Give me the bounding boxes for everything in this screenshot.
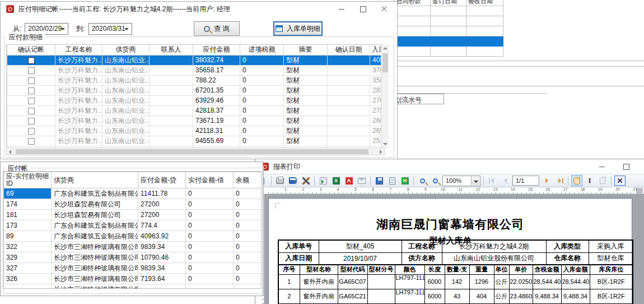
table-row[interactable]: 长沙市三湘特种玻璃有限公司 [4, 284, 262, 289]
table-row[interactable]: 长沙万科魅力...山东南山铝业...42818.370型材275 [7, 105, 385, 116]
column-header[interactable]: 余额 [234, 172, 262, 188]
settings-icon[interactable] [300, 175, 311, 186]
scrollbar-thumb[interactable] [16, 149, 368, 154]
minimize-button[interactable] [331, 2, 352, 16]
minimize-button[interactable] [591, 159, 613, 174]
scroll-up-icon[interactable] [383, 47, 388, 49]
prev-icon[interactable] [500, 175, 511, 186]
table-row[interactable] [395, 26, 503, 36]
column-header[interactable]: 联系人 [150, 45, 193, 55]
confirm-checkbox[interactable] [28, 67, 35, 74]
vertical-scrollbar[interactable] [381, 44, 389, 148]
table-row[interactable]: 329长沙市三湘特种玻璃有限公司10790.4600 [4, 252, 262, 263]
confirm-checkbox[interactable] [28, 138, 35, 145]
table-row[interactable]: 长沙万科魅力...山东南山铝业...63929.460型材276 [7, 95, 385, 105]
chevron-down-icon[interactable] [471, 177, 479, 185]
column-header[interactable]: 摘要 [284, 45, 328, 55]
inbound-detail-button[interactable]: 入库单明细 [273, 21, 323, 36]
table-row[interactable]: 长沙万科魅力...山东南山铝业...67201.350型材283 [7, 85, 385, 95]
table-row[interactable]: 326长沙市三湘特种玻璃有限公司7193.6400 [4, 274, 262, 284]
table-row[interactable]: 173广东合和建筑五金制品有限公司774.400 [4, 220, 262, 231]
column-header[interactable]: 应付金额-贷 [138, 172, 186, 188]
scroll-left-icon[interactable] [9, 150, 11, 154]
zoom-in-icon[interactable] [417, 175, 428, 186]
maximize-button[interactable] [352, 2, 374, 16]
confirm-checkbox[interactable] [28, 57, 35, 64]
close-preview-button[interactable] [614, 176, 626, 186]
table-row[interactable]: 174长沙坦森贸易有限公司2720000 [4, 199, 262, 210]
report-preview-area[interactable]: 12345 湖南巨晟门窗幕墙有限公司 型材入库单 入库单号型材_405工程名称长… [255, 194, 644, 304]
table-row[interactable]: 长沙万科魅力...山东南山铝业...35658.170型材376 [7, 65, 385, 75]
table-row[interactable]: 181长沙坦森贸易有限公司2720000 [4, 210, 262, 220]
column-header[interactable]: 确认记帐 [7, 45, 55, 55]
scroll-right-icon[interactable] [380, 150, 382, 154]
detail-grid-viewport[interactable]: 确认记帐工程名称供货商联系人应付金额进项税额摘要确认日期入库长沙万科魅力...山… [6, 44, 385, 148]
confirm-checkbox[interactable] [28, 77, 35, 84]
table-row[interactable]: 69广东合和建筑五金制品有限公司11411.7800 [4, 188, 262, 199]
report-titlebar[interactable]: 报表打印 [255, 159, 644, 174]
table-row[interactable]: 长沙万科魅力...山东南山铝业...788.220型材358 [7, 75, 385, 85]
cell [328, 85, 370, 95]
column-header[interactable]: 实付金额-借 [186, 172, 234, 188]
serial-number-field[interactable]: 划流水号 [391, 94, 444, 104]
detail-titlebar[interactable]: 应付明细记帐------当前工程: 长沙万科魅力之城4.2期------当前用户… [1, 2, 397, 16]
table-row[interactable]: 327长沙市三湘特种玻璃有限公司9839.3400 [4, 263, 262, 274]
table-row[interactable]: 长沙万科魅力...山东南山铝业...42118.310型材265 [7, 126, 385, 136]
chevron-down-icon[interactable] [124, 28, 129, 33]
first-icon[interactable] [487, 175, 498, 186]
horizontal-scrollbar[interactable] [6, 148, 385, 155]
table-row[interactable]: 长沙万科魅力...山东南山铝业...94555.690型材251 [7, 136, 385, 146]
excel-icon[interactable] [330, 175, 342, 186]
confirm-checkbox[interactable] [28, 128, 35, 135]
table-row[interactable] [395, 6, 503, 16]
table-row[interactable]: 89广东合和建筑五金制品有限公司40963.9200 [4, 231, 262, 242]
page-number-input[interactable]: 1/1 [512, 176, 539, 186]
table-row[interactable] [395, 47, 503, 57]
next-icon[interactable] [541, 175, 552, 186]
confirm-checkbox[interactable] [28, 87, 35, 94]
zoom-select[interactable]: 100% [442, 176, 480, 186]
copy-icon[interactable] [597, 175, 608, 186]
column-header[interactable]: 签订日期 [431, 0, 466, 6]
book-icon[interactable] [287, 175, 298, 186]
hand-icon[interactable] [571, 175, 582, 186]
table-row[interactable]: 长沙万科魅力...山东南山铝业...73671.190型材266 [7, 116, 385, 126]
email-icon[interactable] [356, 175, 367, 186]
table-row[interactable]: 322长沙市三湘特种玻璃有限公司9839.3400 [4, 242, 262, 252]
document-icon[interactable] [386, 175, 398, 186]
column-header[interactable]: 工程名称 [55, 45, 102, 55]
cell: 0 [186, 188, 234, 199]
export-icon[interactable] [318, 175, 329, 186]
payable-grid-viewport[interactable]: 应-实付款明细ID供货商应付金额-贷实付金额-借余额69广东合和建筑五金制品有限… [3, 171, 262, 289]
confirm-checkbox[interactable] [28, 108, 35, 114]
print-icon[interactable] [274, 175, 286, 186]
table-row[interactable] [395, 36, 503, 47]
close-button[interactable] [374, 2, 395, 16]
column-header[interactable]: 确认日期 [328, 45, 370, 55]
html-icon[interactable] [399, 175, 410, 186]
scroll-down-icon[interactable] [383, 143, 388, 145]
table-row[interactable]: 长沙万科魅力...山东南山铝业...38032.740型材405 [7, 55, 385, 65]
to-date-select[interactable]: 2020/03/31 [88, 23, 132, 35]
confirm-checkbox[interactable] [28, 98, 35, 104]
query-button[interactable]: 查 询 [194, 21, 240, 36]
confirm-checkbox[interactable] [28, 118, 35, 125]
table-row[interactable] [395, 16, 503, 26]
zoom-out-icon[interactable] [430, 175, 441, 186]
column-header[interactable]: 应付金额 [193, 45, 240, 55]
close-button[interactable] [640, 159, 644, 174]
cell: 0 [240, 95, 284, 105]
pdf-icon[interactable] [343, 175, 354, 186]
column-header[interactable]: 合同价款 [395, 0, 431, 6]
column-header[interactable]: 进项税额 [240, 45, 284, 55]
scrollbar-thumb[interactable] [382, 53, 388, 72]
column-header[interactable]: 供货商 [102, 45, 150, 55]
last-icon[interactable] [554, 175, 565, 186]
column-header[interactable]: 供货商 [52, 172, 138, 188]
column-header[interactable]: 应-实付款明细ID [4, 172, 52, 188]
maximize-button[interactable] [615, 159, 637, 174]
chevron-down-icon[interactable] [60, 28, 65, 33]
save-icon[interactable] [374, 175, 385, 186]
column-header[interactable]: 验收日期 [466, 0, 503, 6]
text-select-icon[interactable] [584, 175, 595, 186]
